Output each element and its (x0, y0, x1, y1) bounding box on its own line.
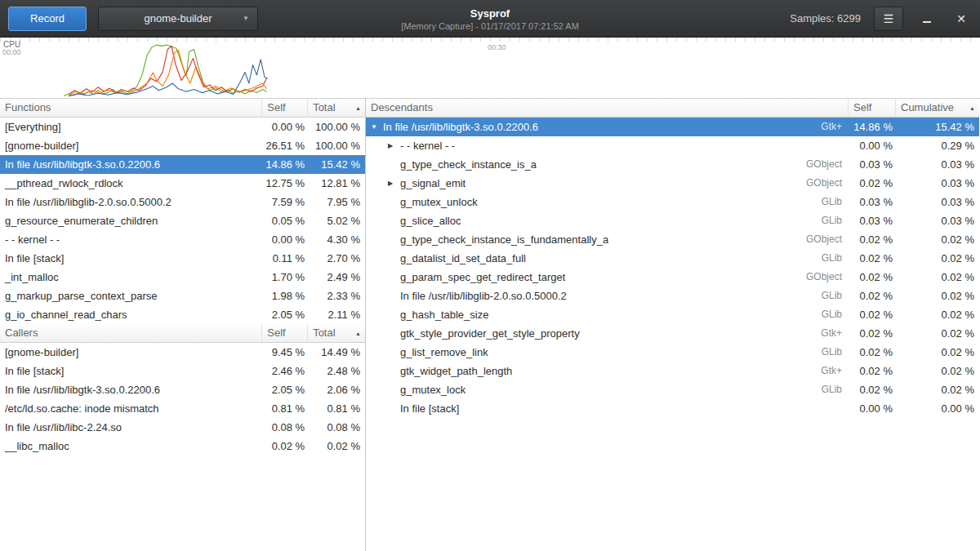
table-row[interactable]: In file [stack]0.11 %2.70 % (0, 249, 365, 268)
menu-button[interactable]: ☰ (874, 7, 903, 31)
table-row[interactable]: g_datalist_id_set_data_fullGLib0.02 %0.0… (366, 249, 979, 268)
library-tag: GLib (813, 193, 849, 211)
table-row[interactable]: g_slice_allocGLib0.03 %0.03 % (366, 211, 979, 230)
table-row[interactable]: _int_malloc1.70 %2.49 % (0, 268, 365, 287)
table-row[interactable]: ▶g_signal_emitGObject0.02 %0.03 % (366, 174, 979, 193)
total-percent-cell: 5.02 % (308, 211, 365, 230)
column-header-self[interactable]: Self (262, 324, 308, 342)
total-percent-cell: 14.49 % (308, 343, 365, 362)
table-row[interactable]: In file [stack]0.00 %0.00 % (366, 399, 979, 418)
column-header-total[interactable]: Total ▲ (308, 324, 365, 342)
function-name: g_mutex_unlock (400, 193, 478, 211)
callers-table-header: Callers Self Total ▲ (0, 324, 365, 343)
table-row[interactable]: In file /usr/lib/libglib-2.0.so.0.5000.2… (0, 193, 365, 211)
table-row[interactable]: - - kernel - -0.00 %4.30 % (0, 230, 365, 249)
table-row[interactable]: [gnome-builder]9.45 %14.49 % (0, 343, 365, 362)
self-percent-cell: 0.08 % (262, 418, 308, 437)
function-name-cell: In file /usr/lib/libglib-2.0.so.0.5000.2 (0, 193, 262, 211)
table-row[interactable]: g_markup_parse_context_parse1.98 %2.33 % (0, 287, 365, 305)
timeline-ruler (0, 38, 980, 42)
column-header-total[interactable]: Total ▲ (308, 99, 365, 117)
expander-closed-icon[interactable]: ▶ (388, 136, 400, 155)
column-header-cumulative[interactable]: Cumulative ▲ (896, 99, 979, 117)
process-selector-button[interactable]: gnome-builder ▼ (98, 7, 258, 31)
function-name-cell: g_list_remove_linkGLib (366, 343, 849, 362)
record-button[interactable]: Record (8, 7, 87, 31)
table-row[interactable]: [Everything]0.00 %100.00 % (0, 118, 365, 136)
column-header-descendants[interactable]: Descendants (366, 99, 849, 117)
function-name-cell: g_datalist_id_set_data_fullGLib (366, 249, 849, 268)
function-name-cell: g_io_channel_read_chars (0, 305, 262, 324)
function-name: g_param_spec_get_redirect_target (400, 268, 565, 287)
sort-indicator-icon: ▲ (355, 100, 361, 117)
table-row[interactable]: ▶- - kernel - -0.00 %0.29 % (366, 136, 979, 155)
descendants-table-header: Descendants Self Cumulative ▲ (366, 99, 979, 118)
close-button[interactable]: ✕ (951, 8, 972, 29)
cumulative-percent-cell: 0.03 % (896, 155, 979, 174)
table-row[interactable]: g_hash_table_sizeGLib0.02 %0.02 % (366, 305, 979, 324)
table-row[interactable]: g_resource_enumerate_children0.05 %5.02 … (0, 211, 365, 230)
table-row[interactable]: __pthread_rwlock_rdlock12.75 %12.81 % (0, 174, 365, 193)
cumulative-percent-cell: 0.02 % (896, 305, 979, 324)
table-row[interactable]: g_param_spec_get_redirect_targetGObject0… (366, 268, 979, 287)
table-row[interactable]: In file /usr/lib/libgtk-3.so.0.2200.62.0… (0, 380, 365, 399)
table-row[interactable]: g_mutex_lockGLib0.02 %0.02 % (366, 380, 979, 399)
function-name-cell: [gnome-builder] (0, 136, 262, 155)
chevron-down-icon: ▼ (243, 15, 249, 22)
self-percent-cell: 2.05 % (262, 305, 308, 324)
function-name-cell: In file [stack] (0, 249, 262, 268)
table-row[interactable]: In file /usr/lib/libglib-2.0.so.0.5000.2… (366, 287, 979, 305)
column-header-functions[interactable]: Functions (0, 99, 262, 117)
callers-table-body: [gnome-builder]9.45 %14.49 %In file [sta… (0, 343, 365, 455)
table-row[interactable]: In file [stack]2.46 %2.48 % (0, 362, 365, 380)
function-name: g_type_check_instance_is_fundamentally_a (400, 230, 608, 249)
function-name-cell: In file /usr/lib/libc-2.24.so (0, 418, 262, 437)
table-row[interactable]: g_list_remove_linkGLib0.02 %0.02 % (366, 343, 979, 362)
table-row[interactable]: In file /usr/lib/libgtk-3.so.0.2200.614.… (0, 155, 365, 174)
total-percent-cell: 4.30 % (308, 230, 365, 249)
table-row[interactable]: In file /usr/lib/libc-2.24.so0.08 %0.08 … (0, 418, 365, 437)
self-percent-cell: 0.03 % (849, 155, 896, 174)
function-name-cell: gtk_style_provider_get_style_propertyGtk… (366, 324, 849, 343)
cpu-timeline[interactable]: CPU 00:00 00:30 (0, 38, 980, 99)
cumulative-percent-cell: 0.02 % (896, 362, 979, 380)
cumulative-percent-cell: 0.02 % (896, 343, 979, 362)
table-row[interactable]: /etc/ld.so.cache: inode mismatch0.81 %0.… (0, 399, 365, 418)
function-name-cell: In file [stack] (366, 399, 849, 418)
self-percent-cell: 0.02 % (849, 324, 896, 343)
table-row[interactable]: __libc_malloc0.02 %0.02 % (0, 437, 365, 455)
function-name-cell: In file /usr/lib/libgtk-3.so.0.2200.6 (0, 155, 262, 174)
function-name-cell: __libc_malloc (0, 437, 262, 455)
self-percent-cell: 14.86 % (849, 118, 896, 136)
function-name-cell: In file /usr/lib/libgtk-3.so.0.2200.6 (0, 380, 262, 399)
function-name-cell: g_markup_parse_context_parse (0, 287, 262, 305)
table-row[interactable]: g_mutex_unlockGLib0.03 %0.03 % (366, 193, 979, 211)
self-percent-cell: 26.51 % (262, 136, 308, 155)
table-row[interactable]: g_io_channel_read_chars2.05 %2.11 % (0, 305, 365, 324)
column-header-callers[interactable]: Callers (0, 324, 262, 342)
cumulative-percent-cell: 0.02 % (896, 324, 979, 343)
function-name-cell: __pthread_rwlock_rdlock (0, 174, 262, 193)
column-header-self[interactable]: Self (262, 99, 308, 117)
table-row[interactable]: g_type_check_instance_is_fundamentally_a… (366, 230, 979, 249)
self-percent-cell: 14.86 % (262, 155, 308, 174)
total-percent-cell: 100.00 % (308, 118, 365, 136)
column-header-self[interactable]: Self (849, 99, 896, 117)
self-percent-cell: 0.02 % (849, 268, 896, 287)
table-row[interactable]: gtk_widget_path_lengthGtk+0.02 %0.02 % (366, 362, 979, 380)
table-row[interactable]: gtk_style_provider_get_style_propertyGtk… (366, 324, 979, 343)
expander-open-icon[interactable]: ▼ (371, 118, 383, 136)
sort-indicator-icon: ▲ (355, 325, 361, 342)
total-percent-cell: 15.42 % (308, 155, 365, 174)
table-row[interactable]: g_type_check_instance_is_aGObject0.03 %0… (366, 155, 979, 174)
cumulative-percent-cell: 0.00 % (896, 399, 979, 418)
library-tag: GLib (813, 380, 849, 399)
self-percent-cell: 0.00 % (849, 136, 896, 155)
table-row[interactable]: [gnome-builder]26.51 %100.00 % (0, 136, 365, 155)
expander-closed-icon[interactable]: ▶ (388, 174, 400, 193)
function-name-cell: _int_malloc (0, 268, 262, 287)
left-panel: Functions Self Total ▲ [Everything]0.00 … (0, 99, 366, 551)
table-row[interactable]: ▼In file /usr/lib/libgtk-3.so.0.2200.6Gt… (366, 118, 979, 136)
minimize-button[interactable] (916, 8, 938, 29)
hamburger-icon: ☰ (884, 12, 894, 25)
